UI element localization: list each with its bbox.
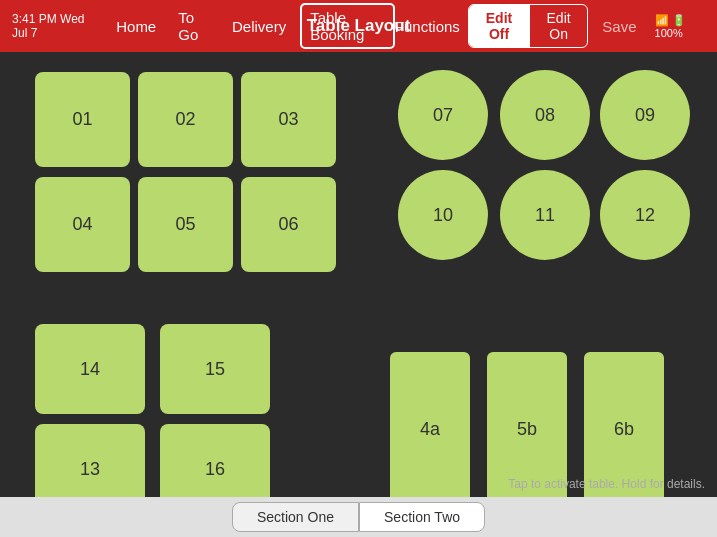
table-14[interactable]: 14	[35, 324, 145, 414]
table-01[interactable]: 01	[35, 72, 130, 167]
table-02[interactable]: 02	[138, 72, 233, 167]
section-one-tab[interactable]: Section One	[232, 502, 359, 532]
section-two-tab[interactable]: Section Two	[359, 502, 485, 532]
table-07[interactable]: 07	[398, 70, 488, 160]
edit-toggle-group: Edit Off Edit On	[468, 4, 588, 48]
header-right: Functions Edit Off Edit On Save 📶 🔋 100%	[395, 4, 705, 48]
edit-off-button[interactable]: Edit Off	[469, 5, 529, 47]
table-05[interactable]: 05	[138, 177, 233, 272]
battery-indicator: 📶 🔋 100%	[655, 14, 705, 39]
section-tabs: Section One Section Two	[0, 497, 717, 537]
table-10[interactable]: 10	[398, 170, 488, 260]
table-layout-area: 01 02 03 04 05 06 07 08 09 10 11 12 14 1…	[0, 52, 717, 537]
table-04[interactable]: 04	[35, 177, 130, 272]
table-08[interactable]: 08	[500, 70, 590, 160]
edit-on-button[interactable]: Edit On	[530, 5, 588, 47]
table-06[interactable]: 06	[241, 177, 336, 272]
status-hint: Tap to activate table. Hold for details.	[508, 477, 705, 491]
save-button[interactable]: Save	[596, 14, 642, 39]
nav-delivery[interactable]: Delivery	[224, 14, 294, 39]
nav-home[interactable]: Home	[108, 14, 164, 39]
page-title: Table Layout	[307, 16, 411, 36]
header-bar: 3:41 PM Wed Jul 7 Home To Go Delivery Ta…	[0, 0, 717, 52]
table-09[interactable]: 09	[600, 70, 690, 160]
table-03[interactable]: 03	[241, 72, 336, 167]
table-4a[interactable]: 4a	[390, 352, 470, 507]
time-display: 3:41 PM Wed Jul 7	[12, 12, 92, 40]
table-12[interactable]: 12	[600, 170, 690, 260]
nav-togo[interactable]: To Go	[170, 5, 218, 47]
table-11[interactable]: 11	[500, 170, 590, 260]
table-15[interactable]: 15	[160, 324, 270, 414]
